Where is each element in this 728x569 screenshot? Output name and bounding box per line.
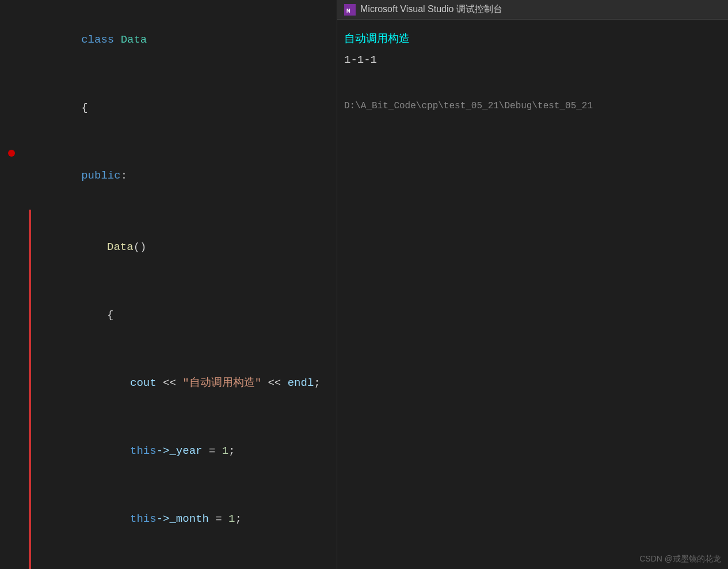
terminal-title: Microsoft Visual Studio 调试控制台 (360, 3, 502, 16)
code-line-1: class Data (0, 6, 337, 74)
line-content: Data() (30, 214, 146, 280)
breakpoint-dot (8, 150, 15, 157)
terminal-panel: M Microsoft Visual Studio 调试控制台 自动调用构造 1… (337, 0, 728, 569)
terminal-output-1: 自动调用构造 (344, 29, 721, 50)
terminal-output-3 (344, 70, 721, 91)
keyword-class: class (81, 33, 120, 46)
type-data: Data (121, 33, 147, 46)
brace: { (81, 101, 87, 114)
csdn-watermark-area: CSDN @戒墨镜的花龙 (337, 548, 728, 569)
line-content: this->_year = 1; (30, 418, 235, 484)
terminal-header: M Microsoft Visual Studio 调试控制台 (337, 0, 728, 20)
terminal-body: 自动调用构造 1-1-1 D:\A_Bit_Code\cpp\test_05_2… (337, 20, 728, 548)
code-editor-panel: class Data { public: Data() (0, 0, 337, 569)
line-content: this->_day = 1; (30, 554, 228, 569)
csdn-watermark: CSDN @戒墨镜的花龙 (639, 554, 721, 563)
func-data: Data (107, 241, 134, 253)
line-content: cout << "自动调用构造" << endl; (30, 350, 321, 416)
line-gutter (0, 150, 23, 157)
line-content: { (30, 282, 113, 348)
code-line-3: public: (0, 142, 337, 210)
line-content: { (23, 75, 88, 141)
svg-text:M: M (346, 7, 350, 14)
code-line-2: { (0, 74, 337, 142)
line-content: public: (23, 143, 127, 208)
terminal-path: D:\A_Bit_Code\cpp\test_05_21\Debug\test_… (344, 96, 721, 116)
main-container: class Data { public: Data() (0, 0, 728, 569)
terminal-output-2: 1-1-1 (344, 50, 721, 70)
constructor-highlight-box: Data() { cout << "自动调用构造" << endl; this-… (29, 210, 31, 569)
vs-logo-svg: M (345, 5, 355, 14)
vs-icon: M (344, 4, 356, 16)
line-content: class Data (23, 7, 147, 73)
line-content: this->_month = 1; (30, 486, 242, 552)
keyword-public: public (81, 169, 120, 182)
